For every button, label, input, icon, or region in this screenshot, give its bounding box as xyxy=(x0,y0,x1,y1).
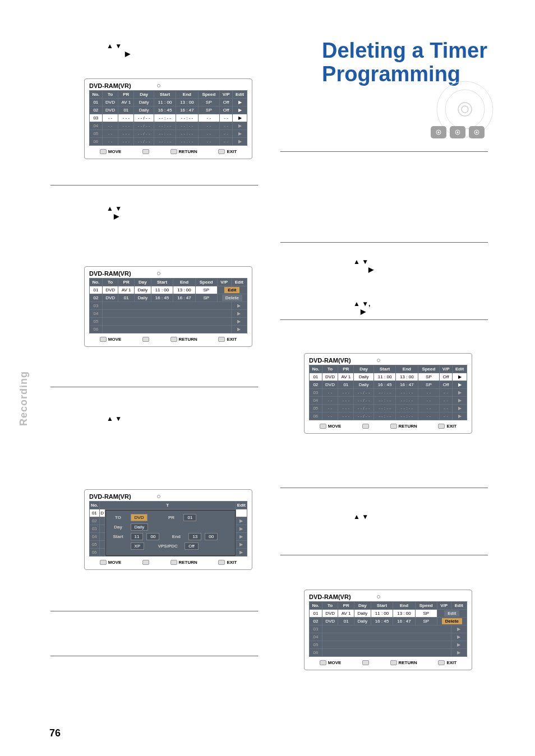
to-field[interactable]: DVD xyxy=(131,514,148,521)
delete-menu-item[interactable]: Delete xyxy=(442,618,462,624)
instruction-arrows: ▲ ▼ ▶ xyxy=(107,42,130,58)
title-l1: Deleting a Timer xyxy=(322,39,487,62)
svg-point-7 xyxy=(457,132,459,133)
instruction-arrows: ▲ ▼ xyxy=(107,415,122,423)
disc-format-icons xyxy=(431,126,485,138)
vps-field[interactable]: Off xyxy=(185,542,199,550)
divider xyxy=(50,185,258,185)
instruction-arrows: ▲ ▼, ▶ xyxy=(353,300,370,316)
start-h[interactable]: 11 xyxy=(131,533,144,540)
start-m[interactable]: 00 xyxy=(146,533,159,540)
divider xyxy=(280,319,488,320)
edit-popup: TODVDPR01 DayDaily Start1100End1300 XPVP… xyxy=(105,510,236,556)
timer-panel-5: DVD-RAM(VR) No.ToPRDayStartEndSpeedV/PEd… xyxy=(304,590,472,670)
panel-footer: MOVE RETURN EXIT xyxy=(89,149,247,154)
divider xyxy=(280,488,488,488)
edit-menu-item[interactable]: Edit xyxy=(444,610,459,616)
svg-point-3 xyxy=(462,106,468,113)
end-m[interactable]: 00 xyxy=(205,533,218,540)
instruction-arrows: ▲ ▼ ▶ xyxy=(107,205,122,220)
day-field[interactable]: Daily xyxy=(131,523,149,531)
xp-field[interactable]: XP xyxy=(131,542,145,550)
side-label: Recording xyxy=(18,371,30,426)
divider xyxy=(280,555,488,555)
divider xyxy=(280,242,488,243)
timer-panel-4: DVD-RAM(VR) No.ToPRDayStartEndSpeedV/PEd… xyxy=(304,353,472,434)
svg-point-1 xyxy=(445,90,485,129)
divider xyxy=(50,656,258,656)
instruction-arrows: ▲ ▼ ▶ xyxy=(353,258,373,273)
disc-icon xyxy=(469,126,485,138)
timer-table: No.ToPRDayStartEndSpeedV/PEdit 01DVDAV 1… xyxy=(89,90,247,146)
divider xyxy=(280,151,488,152)
panel-label: DVD-RAM(VR) xyxy=(89,82,131,89)
disc-icon xyxy=(431,126,446,138)
svg-point-2 xyxy=(458,103,472,116)
svg-point-9 xyxy=(476,132,478,133)
divider xyxy=(50,387,258,387)
timer-panel-2: DVD-RAM(VR) No.ToPRDayStartEndSpeedV/PEd… xyxy=(84,266,252,347)
disc-illustration xyxy=(417,78,496,157)
disc-icon xyxy=(450,126,465,138)
svg-point-5 xyxy=(438,132,440,133)
end-h[interactable]: 13 xyxy=(188,533,201,540)
timer-panel-1: DVD-RAM(VR) No.ToPRDayStartEndSpeedV/PEd… xyxy=(84,78,252,159)
pr-field[interactable]: 01 xyxy=(183,514,196,521)
page-number: 76 xyxy=(49,727,61,739)
timer-panel-3: DVD-RAM(VR) No.TEdit 01D TODVDPR01 DayDa… xyxy=(84,489,252,570)
rec-icon xyxy=(157,84,160,87)
instruction-arrows: ▲ ▼ xyxy=(353,513,368,521)
divider xyxy=(50,611,258,611)
edit-menu-item[interactable]: Edit xyxy=(224,287,239,293)
delete-menu-item[interactable]: Delete xyxy=(222,295,242,301)
